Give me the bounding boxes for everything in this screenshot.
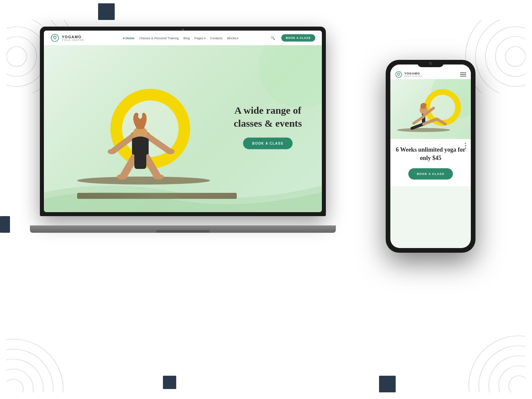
dot-1 (465, 143, 466, 144)
laptop-hero: A wide range of classes & events BOOK A … (44, 45, 322, 212)
dot-2 (465, 145, 466, 146)
search-icon[interactable]: 🔍 (271, 36, 275, 40)
laptop-hero-heading: A wide range of classes & events (234, 104, 302, 130)
laptop-yoga-figure (70, 96, 210, 189)
nav-item-home[interactable]: ● Home (123, 36, 134, 40)
svg-point-11 (7, 379, 23, 392)
dark-rect-left (0, 216, 10, 233)
phone-logo-sub: YOGA CENTER (404, 75, 422, 77)
svg-point-15 (7, 339, 63, 392)
phone-camera (429, 62, 432, 65)
laptop-logo-sub: YOGA CENTER (62, 39, 84, 41)
circles-bottom-right (452, 319, 525, 392)
hamburger-line-1 (460, 72, 466, 73)
dots-menu[interactable] (465, 143, 466, 149)
phone-yoga-figure (394, 94, 454, 134)
nav-item-contacts[interactable]: Contacts (210, 36, 223, 40)
svg-point-9 (475, 20, 525, 93)
dark-rect-top (98, 3, 115, 20)
svg-point-16 (509, 376, 525, 392)
nav-item-blog[interactable]: Blog (184, 36, 190, 40)
dark-rect-bottom (163, 376, 176, 389)
circles-bottom-left (7, 326, 73, 392)
svg-point-21 (51, 34, 59, 42)
phone-body: YOGAMO YOGA CENTER (386, 60, 475, 253)
phone-logo: YOGAMO YOGA CENTER (395, 71, 422, 78)
phone-logo-text: YOGAMO YOGA CENTER (404, 72, 422, 77)
laptop-hero-book-button[interactable]: BOOK A CLASS (243, 138, 293, 149)
phone-logo-icon (395, 71, 402, 78)
svg-point-20 (469, 336, 525, 392)
svg-point-26 (153, 174, 164, 180)
svg-point-36 (397, 128, 450, 132)
logo-icon (51, 34, 59, 42)
svg-line-23 (124, 156, 135, 176)
svg-line-40 (437, 119, 445, 124)
nav-item-classes[interactable]: Classes & Personal Training (139, 36, 179, 40)
phone-content-area: 6 Weeks unlimited yoga for only $45 BOOK… (390, 139, 471, 186)
svg-line-30 (147, 136, 169, 151)
svg-point-25 (117, 174, 127, 180)
svg-point-12 (7, 369, 33, 392)
phone-logo-name: YOGAMO (404, 72, 422, 75)
laptop-hero-text: A wide range of classes & events BOOK A … (234, 104, 302, 149)
svg-point-7 (495, 37, 525, 76)
svg-point-0 (7, 47, 27, 66)
laptop-logo-name: YOGAMO (62, 35, 84, 39)
laptop-nav-items: ● Home Classes & Personal Training Blog … (97, 36, 265, 40)
svg-line-39 (424, 119, 437, 124)
svg-point-6 (505, 47, 525, 66)
hamburger-line-3 (460, 76, 466, 76)
hamburger-line-2 (460, 74, 466, 75)
laptop-base (30, 225, 336, 233)
svg-point-18 (489, 356, 525, 392)
dark-rect-bottom2 (379, 376, 396, 392)
phone-device: YOGAMO YOGA CENTER (386, 60, 475, 253)
svg-point-17 (499, 366, 525, 392)
laptop-navbar: YOGAMO YOGA CENTER ● Home Classes & Pers… (44, 31, 322, 45)
laptop-yoga-mat (77, 193, 237, 199)
svg-point-31 (108, 149, 116, 154)
phone-hero-image (390, 79, 471, 139)
laptop-device: YOGAMO YOGA CENTER ● Home Classes & Pers… (40, 27, 326, 233)
phone-content: 6 Weeks unlimited yoga for only $45 BOOK… (390, 139, 471, 186)
dot-3 (465, 147, 466, 149)
phone-book-button[interactable]: BOOK A CLASS (408, 168, 453, 180)
svg-point-19 (479, 346, 525, 392)
svg-line-29 (114, 136, 134, 151)
phone-screen: YOGAMO YOGA CENTER (390, 65, 471, 248)
svg-point-8 (485, 27, 525, 86)
svg-point-13 (7, 359, 43, 392)
hero-blob (259, 45, 322, 108)
nav-item-pages[interactable]: Pages (195, 36, 205, 40)
svg-point-1 (7, 37, 37, 76)
svg-point-22 (77, 177, 210, 185)
hamburger-menu[interactable] (460, 72, 466, 76)
svg-point-14 (7, 349, 53, 392)
svg-point-35 (396, 71, 402, 77)
laptop-logo-text: YOGAMO YOGA CENTER (62, 35, 84, 41)
phone-notch (417, 60, 444, 67)
phone-promo-text: 6 Weeks unlimited yoga for only $45 (396, 146, 466, 162)
svg-line-24 (145, 156, 157, 176)
svg-point-32 (167, 149, 175, 154)
laptop-body: YOGAMO YOGA CENTER ● Home Classes & Pers… (40, 27, 326, 216)
laptop-logo: YOGAMO YOGA CENTER (51, 34, 84, 42)
laptop-screen: YOGAMO YOGA CENTER ● Home Classes & Pers… (44, 31, 322, 212)
laptop-book-button[interactable]: BOOK A CLASS (281, 34, 315, 42)
nav-item-blocks[interactable]: Blocks (227, 36, 238, 40)
